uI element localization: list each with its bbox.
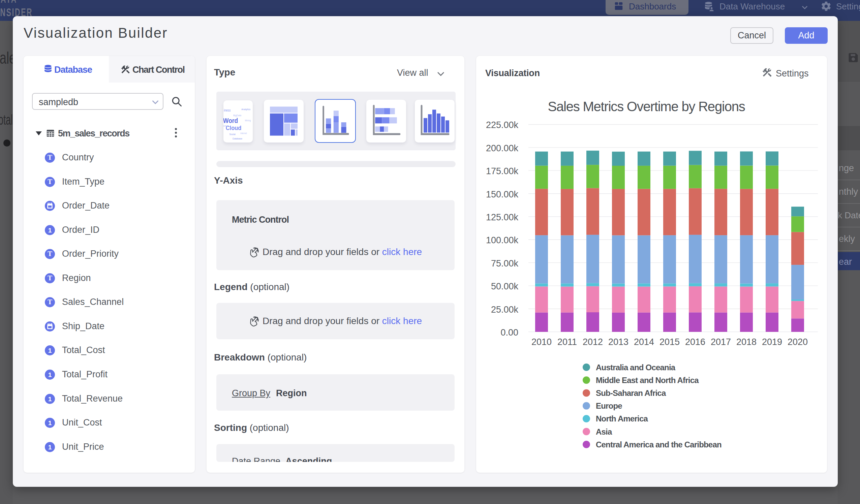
svg-text:1: 1: [48, 371, 52, 378]
svg-text:Word: Word: [224, 117, 238, 124]
svg-text:2020: 2020: [788, 337, 808, 347]
svg-text:2010: 2010: [531, 337, 551, 347]
svg-text:Mining: Mining: [245, 119, 251, 121]
svg-text:1: 1: [48, 347, 52, 354]
svg-text:internet: internet: [240, 132, 247, 134]
svg-text:75.00k: 75.00k: [491, 258, 519, 269]
svg-text:2019: 2019: [762, 337, 782, 347]
svg-text:Social: Social: [229, 132, 235, 136]
svg-text:Middle East and North Africa: Middle East and North Africa: [596, 376, 699, 385]
svg-text:T: T: [47, 298, 52, 305]
svg-text:T: T: [47, 250, 52, 257]
svg-text:2017: 2017: [711, 337, 731, 347]
svg-text:Database: Database: [232, 137, 242, 141]
svg-text:1: 1: [48, 419, 52, 427]
svg-text:text: text: [224, 124, 227, 128]
svg-text:1: 1: [48, 395, 52, 403]
svg-text:T: T: [47, 178, 52, 185]
svg-text:2016: 2016: [685, 337, 705, 347]
svg-text:100.00k: 100.00k: [486, 235, 519, 245]
svg-text:BigData: BigData: [233, 114, 242, 117]
svg-text:1: 1: [48, 227, 52, 234]
svg-text:T: T: [47, 274, 52, 282]
svg-text:150.00k: 150.00k: [486, 189, 519, 199]
svg-text:Cloud: Cloud: [226, 124, 242, 131]
svg-text:Analytics: Analytics: [241, 108, 250, 111]
svg-text:Asia: Asia: [596, 427, 612, 436]
svg-text:Europe: Europe: [596, 401, 622, 411]
svg-text:T: T: [47, 154, 52, 161]
svg-text:1: 1: [48, 444, 52, 451]
svg-text:50.00k: 50.00k: [491, 281, 519, 291]
svg-text:North America: North America: [596, 414, 648, 423]
svg-text:2012: 2012: [583, 337, 603, 347]
svg-text:Sales Metrics Overtime by Regi: Sales Metrics Overtime by Regions: [548, 99, 745, 114]
svg-text:2013: 2013: [608, 337, 629, 347]
svg-text:2011: 2011: [557, 337, 577, 347]
svg-text:200.00k: 200.00k: [486, 143, 519, 153]
svg-text:2015: 2015: [659, 337, 680, 347]
svg-text:Sub-Saharan Africa: Sub-Saharan Africa: [596, 388, 666, 398]
svg-text:225.00k: 225.00k: [486, 120, 519, 130]
svg-text:175.00k: 175.00k: [486, 166, 519, 176]
svg-text:Central America and the Caribb: Central America and the Caribbean: [596, 440, 721, 449]
svg-text:iness: iness: [224, 109, 231, 113]
svg-text:0.00: 0.00: [500, 328, 518, 337]
svg-text:Australia and Oceania: Australia and Oceania: [596, 363, 676, 372]
svg-text:125.00k: 125.00k: [486, 212, 519, 222]
svg-text:2018: 2018: [736, 337, 757, 347]
svg-text:25.00k: 25.00k: [491, 305, 519, 315]
svg-text:2014: 2014: [634, 337, 654, 347]
